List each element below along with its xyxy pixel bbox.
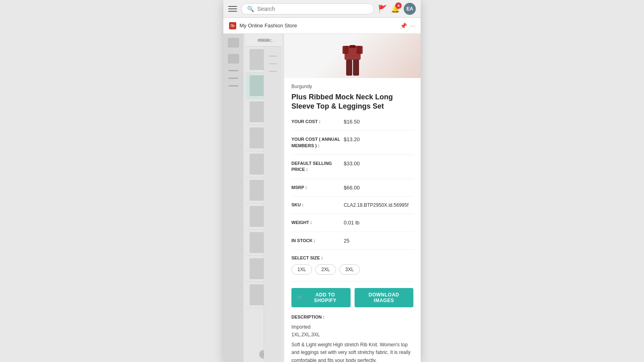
action-buttons: 🛒 ADD TO SHOPIFY DOWNLOAD IMAGES — [291, 288, 413, 307]
in-stock-label: IN STOCK : — [291, 238, 344, 244]
sku-label: SKU : — [291, 202, 344, 207]
in-stock-value: 25 — [344, 238, 349, 244]
msrp-value: $66.00 — [344, 185, 360, 191]
notification-badge: 4 — [395, 2, 402, 9]
search-input[interactable] — [257, 6, 368, 12]
pin-icon[interactable]: 📌 — [400, 23, 407, 29]
modal-overlay: Burgundy Plus Ribbed Mock Neck Long Slee… — [223, 34, 421, 362]
add-to-shopify-label: ADD TO SHOPIFY — [306, 292, 345, 303]
flag-icon[interactable]: 🚩 — [378, 4, 387, 13]
product-color: Burgundy — [291, 84, 413, 89]
site-actions: 📌 ··· — [400, 23, 415, 29]
site-name-group: 🛍 My Online Fashion Store — [229, 22, 297, 29]
desc-line-1: Imported — [291, 323, 413, 331]
desc-line-2: 1XL,2XL,3XL — [291, 331, 413, 339]
sku-value: CLA2.18.BTP2950X.id.56995f — [344, 202, 409, 208]
product-title: Plus Ribbed Mock Neck Long Sleeve Top & … — [291, 93, 413, 111]
description-text: Imported 1XL,2XL,3XL Soft & Light weight… — [291, 323, 413, 362]
default-selling-label: DEFAULT SELLING PRICE : — [291, 160, 344, 173]
in-stock-row: IN STOCK : 25 — [291, 238, 413, 250]
browser-toolbar: 🔍 🚩 🔔 4 EA — [223, 0, 421, 18]
site-favicon-icon: 🛍 — [229, 22, 236, 29]
description-label: DESCRIPTION : — [291, 315, 413, 319]
your-cost-label: YOUR COST : — [291, 119, 344, 125]
add-to-shopify-button[interactable]: 🛒 ADD TO SHOPIFY — [291, 288, 351, 307]
size-1xl[interactable]: 1XL — [291, 264, 312, 275]
product-body: Burgundy Plus Ribbed Mock Neck Long Slee… — [284, 78, 421, 362]
site-name: My Online Fashion Store — [239, 23, 297, 29]
msrp-label: MSRP : — [291, 185, 344, 191]
product-image — [284, 34, 421, 78]
size-label: SELECT SIZE : — [291, 255, 413, 260]
search-bar[interactable]: 🔍 — [241, 3, 374, 14]
price-row-annual: YOUR COST ( ANNUAL MEMBERS ) : $13.20 — [291, 136, 413, 155]
avatar[interactable]: EA — [404, 3, 416, 15]
default-selling-value: $33.00 — [344, 160, 360, 167]
notification-wrapper[interactable]: 🔔 4 — [391, 4, 400, 13]
product-panel: Burgundy Plus Ribbed Mock Neck Long Slee… — [284, 34, 421, 362]
toolbar-icons: 🚩 🔔 4 EA — [378, 3, 416, 15]
your-cost-value: $16.50 — [344, 119, 360, 125]
your-cost-annual-value: $13.20 — [344, 136, 360, 142]
shopify-cart-icon: 🛒 — [297, 295, 303, 300]
weight-label: WEIGHT : — [291, 220, 344, 226]
desc-line-3: Soft & Light weight High stretch Rib Kni… — [291, 341, 413, 362]
weight-row: WEIGHT : 0.01 lb — [291, 220, 413, 232]
search-icon: 🔍 — [247, 6, 254, 12]
size-2xl[interactable]: 2XL — [315, 264, 336, 275]
site-bar: 🛍 My Online Fashion Store 📌 ··· — [223, 18, 421, 34]
price-row-selling: DEFAULT SELLING PRICE : $33.00 — [291, 160, 413, 179]
size-options: 1XL 2XL 3XL — [291, 264, 413, 275]
size-section: SELECT SIZE : 1XL 2XL 3XL — [291, 255, 413, 282]
price-row-cost: YOUR COST : $16.50 — [291, 119, 413, 131]
download-images-button[interactable]: DOWNLOAD IMAGES — [355, 288, 413, 307]
product-clothing-svg — [336, 42, 369, 78]
price-row-msrp: MSRP : $66.00 — [291, 185, 413, 197]
browser-content: COLLEC... 0 — [223, 34, 421, 362]
description-section: DESCRIPTION : Imported 1XL,2XL,3XL Soft … — [291, 315, 413, 362]
weight-value: 0.01 lb — [344, 220, 359, 226]
size-3xl[interactable]: 3XL — [339, 264, 360, 275]
more-options-icon[interactable]: ··· — [410, 23, 415, 29]
your-cost-annual-label: YOUR COST ( ANNUAL MEMBERS ) : — [291, 136, 344, 149]
hamburger-icon[interactable] — [228, 6, 237, 12]
sku-row: SKU : CLA2.18.BTP2950X.id.56995f — [291, 202, 413, 214]
